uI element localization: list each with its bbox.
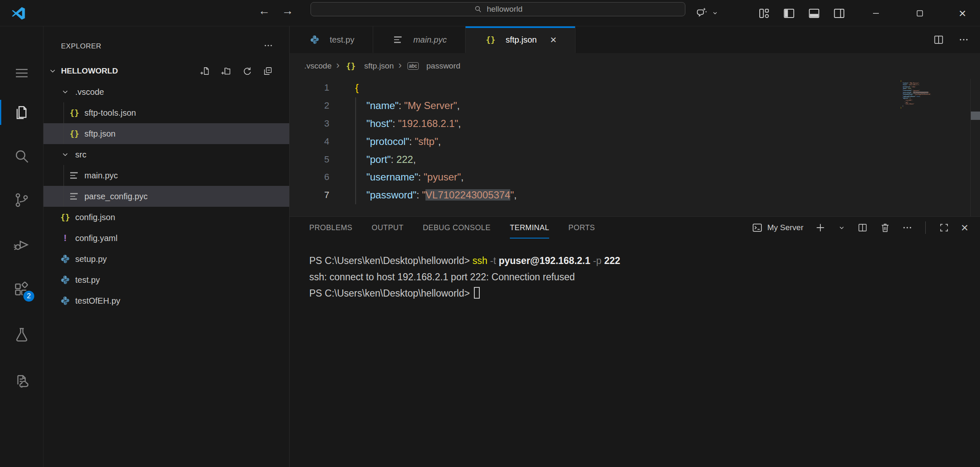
line-number: 5 (290, 154, 329, 165)
activity-item-search[interactable] (12, 146, 32, 166)
tab-label: main.pyc (413, 35, 447, 45)
activity-item-explorer[interactable] (12, 102, 32, 122)
tree-item-testOfEH.py[interactable]: testOfEH.py (43, 290, 289, 311)
remote-explorer-icon (13, 372, 31, 391)
py-file-icon (59, 254, 72, 264)
run-debug-icon (13, 236, 31, 254)
activity-item-extensions[interactable]: 2 (12, 279, 32, 299)
py-file-icon (308, 34, 321, 45)
code-text: { (329, 82, 359, 94)
minimap[interactable]: { "name": "My Server", "host": "192.168.… (901, 80, 947, 109)
project-root-row[interactable]: HELLOWORLD (43, 61, 289, 81)
toggle-panel-button[interactable] (807, 7, 821, 20)
tree-item-label: config.json (75, 213, 115, 222)
maximize-panel-button[interactable] (938, 222, 950, 234)
breadcrumb-item-.vscode[interactable]: .vscode (304, 61, 331, 71)
panel-tab-ports[interactable]: PORTS (568, 217, 595, 239)
refresh-button[interactable] (242, 66, 252, 76)
breadcrumb-item-sftp.json[interactable]: {}sftp.json (344, 61, 394, 71)
breadcrumb-item-password[interactable]: abcpassword (406, 61, 460, 71)
tree-item-sftp.json[interactable]: {}sftp.json (43, 123, 289, 144)
code-line-2: 2 "name": "My Server", (290, 97, 980, 115)
editor-tab-bar: test.pymain.pyc{}sftp.json× (290, 26, 980, 53)
terminal-content[interactable]: PS C:\Users\ken\Desktop\helloworld> ssh … (290, 239, 980, 302)
nav-forward-button[interactable]: → (282, 4, 293, 18)
line-number: 4 (290, 136, 329, 147)
panel-tab-problems[interactable]: PROBLEMS (309, 217, 352, 239)
tree-item-setup.py[interactable]: setup.py (43, 249, 289, 269)
json-file-icon: {} (68, 108, 81, 117)
customize-layout-button[interactable] (757, 7, 771, 20)
line-number: 1 (290, 82, 329, 93)
new-file-button[interactable] (200, 66, 211, 76)
split-terminal-button[interactable] (857, 222, 868, 234)
editor-tab-sftp.json[interactable]: {}sftp.json× (466, 26, 575, 53)
tree-item-test.py[interactable]: test.py (43, 269, 289, 290)
new-terminal-button[interactable] (814, 221, 827, 234)
activity-item-remote-explorer[interactable] (12, 371, 32, 391)
scrollbar-selection-marker (971, 112, 980, 120)
toggle-primary-sidebar-button[interactable] (782, 7, 796, 20)
panel-more-actions-button[interactable] (902, 222, 913, 233)
editor-tab-test.py[interactable]: test.py (290, 26, 373, 53)
yaml-file-icon: ! (59, 233, 72, 244)
tree-item-sftp-tools.json[interactable]: {}sftp-tools.json (43, 102, 289, 123)
nav-back-button[interactable]: ← (258, 4, 270, 18)
tree-item-main.pyc[interactable]: main.pyc (43, 165, 289, 186)
json-icon: {} (344, 61, 357, 71)
activity-item-run-debug[interactable] (12, 235, 32, 255)
code-line-7: 7 "password": "VL7102243005374", (290, 186, 980, 204)
testing-icon (13, 326, 31, 344)
close-panel-button[interactable]: × (961, 221, 968, 234)
close-tab-button[interactable]: × (550, 34, 556, 45)
code-text: "host": "192.168.2.1", (329, 118, 461, 129)
minimap-line: } (901, 107, 947, 109)
panel-tab-output[interactable]: OUTPUT (372, 217, 403, 239)
line-number: 2 (290, 100, 329, 111)
activity-bar: 2 (0, 26, 43, 467)
line-number: 6 (290, 172, 329, 183)
project-root-label: HELLOWORLD (61, 66, 200, 76)
search-value: helloworld (487, 5, 523, 14)
panel-tab-debug-console[interactable]: DEBUG CONSOLE (423, 217, 491, 239)
activity-item-testing[interactable] (12, 325, 32, 345)
terminal-launch-dropdown[interactable] (837, 223, 846, 232)
kill-terminal-button[interactable] (879, 222, 891, 234)
tree-item-label: .vscode (75, 87, 104, 97)
tree-item-src[interactable]: src (43, 144, 289, 165)
pyc-file-icon (68, 172, 81, 179)
collapse-folders-button[interactable] (262, 66, 273, 76)
explorer-more-actions-button[interactable] (263, 41, 273, 51)
editor-more-actions-button[interactable] (958, 34, 969, 45)
tree-item-parse_config.pyc[interactable]: parse_config.pyc (43, 186, 289, 207)
terminal-instance[interactable]: My Server (751, 222, 804, 234)
breadcrumb-label: sftp.json (364, 61, 394, 71)
command-center-search[interactable]: helloworld (311, 2, 685, 16)
terminal-instance-label: My Server (767, 223, 804, 232)
panel-tab-terminal[interactable]: TERMINAL (510, 217, 549, 239)
activity-item-menu[interactable] (12, 63, 32, 83)
activity-item-source-control[interactable] (12, 190, 32, 210)
code-text: "port": 222, (329, 154, 416, 165)
window-close-button[interactable]: × (951, 0, 974, 26)
pyc-file-icon (68, 193, 81, 200)
breadcrumb: .vscode›{}sftp.json›abcpassword (290, 53, 980, 79)
tree-item-label: test.py (75, 275, 100, 285)
tree-item-config.json[interactable]: {}config.json (43, 207, 289, 228)
window-minimize-button[interactable] (864, 0, 888, 26)
search-icon (13, 147, 31, 165)
new-folder-button[interactable] (221, 66, 232, 76)
indent-guide (355, 97, 356, 204)
breadcrumb-label: .vscode (304, 61, 331, 71)
code-text: "name": "My Server", (329, 100, 460, 112)
copilot-button[interactable] (695, 6, 719, 20)
tree-item-config.yaml[interactable]: !config.yaml (43, 228, 289, 249)
json-file-icon: {} (484, 35, 497, 44)
split-editor-button[interactable] (932, 33, 945, 46)
terminal-line: PS C:\Users\ken\Desktop\helloworld> (309, 285, 980, 302)
editor-tab-main.pyc[interactable]: main.pyc (373, 26, 466, 53)
window-maximize-button[interactable] (908, 0, 932, 26)
toggle-secondary-sidebar-button[interactable] (832, 7, 846, 20)
tree-item-.vscode[interactable]: .vscode (43, 81, 289, 102)
chevron-down-icon (48, 67, 57, 75)
